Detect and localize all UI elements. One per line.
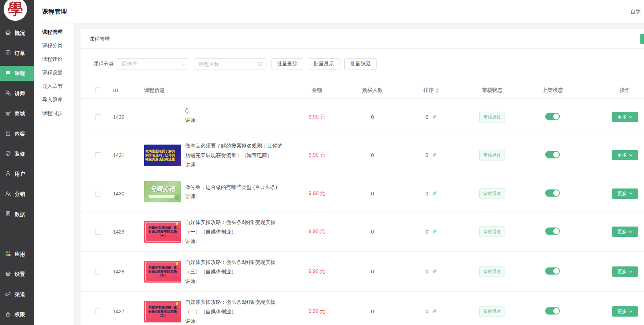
row-checkbox[interactable] xyxy=(95,191,101,197)
buyer-count: 0 xyxy=(343,114,402,120)
edit-sort-icon[interactable]: ✎ xyxy=(432,190,437,197)
sidebar-item-courses[interactable]: 课程 xyxy=(0,66,34,81)
chevron-down-icon xyxy=(629,310,633,313)
shelf-status-toggle[interactable] xyxy=(545,113,560,120)
header-audit-status: 审核状态 xyxy=(463,87,521,94)
course-price: 9.90 元 xyxy=(288,190,346,197)
sidebar-item-decoration[interactable]: 装修 xyxy=(0,144,34,164)
table-row: 1427 自媒体实操攻略: 微头条&图集变现实操（二） 自媒体实操攻略：微头条&… xyxy=(80,292,644,325)
toggle-knob xyxy=(553,113,559,119)
more-button-label: 更多 xyxy=(617,228,627,235)
sidebar-item-channels[interactable]: 渠道 xyxy=(0,284,34,305)
edit-sort-icon[interactable]: ✎ xyxy=(432,268,437,275)
edit-sort-icon[interactable]: ✎ xyxy=(432,114,437,120)
course-id: 1432 xyxy=(113,114,124,120)
submenu-item-course-sync[interactable]: 课程同步 xyxy=(34,107,74,120)
more-button[interactable]: 更多 xyxy=(612,266,638,277)
submenu-item-course-settings[interactable]: 课程设置 xyxy=(34,66,74,79)
course-table: ID 课程信息 金额 购买人数 排序 审核状态 上架状态 操作 1432 ()讲… xyxy=(80,82,644,325)
sort-toggle-icon[interactable] xyxy=(436,88,439,93)
shelf-status-toggle[interactable] xyxy=(545,268,560,275)
more-button-label: 更多 xyxy=(617,190,627,197)
sidebar-item-lecturers[interactable]: 讲师 xyxy=(0,83,34,104)
table-row: 1430 号圈变现 做号圈，适合做的有哪些类型 (今日头条)讲师: 9.90 元… xyxy=(80,175,644,212)
more-button[interactable]: 更多 xyxy=(612,188,638,199)
more-button[interactable]: 更多 xyxy=(612,306,638,317)
more-button[interactable]: 更多 xyxy=(612,227,638,237)
topbar: 课程管理 自学 xyxy=(34,0,644,23)
lecturer-icon xyxy=(5,90,11,97)
category-filter-label: 课程分类 xyxy=(93,61,114,67)
submenu-item-course-reviews[interactable]: 课程评价 xyxy=(34,52,74,66)
chat-bubble-icon xyxy=(5,70,11,77)
audit-status-badge: 审核通过 xyxy=(479,188,505,199)
edit-sort-icon[interactable]: ✎ xyxy=(432,152,437,158)
shelf-status-toggle[interactable] xyxy=(545,228,560,235)
toggle-knob xyxy=(553,228,559,234)
sort-value: 0 xyxy=(426,191,430,197)
bulk-delete-button[interactable]: 批量删除 xyxy=(271,58,303,70)
sidebar-item-data[interactable]: 数据 xyxy=(0,204,34,224)
course-id: 1429 xyxy=(113,229,124,235)
sidebar-item-permissions[interactable]: 权限 xyxy=(0,305,34,325)
sort-value: 0 xyxy=(426,269,430,274)
actions-cell: 更多 xyxy=(596,150,644,160)
more-button-label: 更多 xyxy=(617,114,627,120)
course-thumbnail: 号圈变现 xyxy=(144,181,181,202)
course-price: 9.90 元 xyxy=(288,268,346,275)
row-checkbox[interactable] xyxy=(95,152,101,158)
course-title-block: 做号圈，适合做的有哪些类型 (今日头条)讲师: xyxy=(185,182,277,201)
actions-cell: 更多 xyxy=(596,112,644,122)
add-course-button[interactable] xyxy=(640,34,644,44)
audit-status-badge: 审核通过 xyxy=(479,306,505,317)
user-menu[interactable]: 自学 xyxy=(630,0,641,23)
submenu-item-course-management[interactable]: 课程管理 xyxy=(34,25,74,39)
submenu-item-course-categories[interactable]: 课程分类 xyxy=(34,39,74,52)
more-button[interactable]: 更多 xyxy=(612,112,638,122)
search-input[interactable] xyxy=(194,58,266,70)
chevron-down-icon xyxy=(629,270,633,273)
audit-status-badge: 审核通过 xyxy=(479,112,505,122)
sidebar-item-settings[interactable]: 设置 xyxy=(0,264,34,284)
category-select[interactable]: 请选择 xyxy=(117,58,189,70)
shelf-status-toggle[interactable] xyxy=(545,151,560,158)
shelf-status-toggle[interactable] xyxy=(545,189,560,197)
sort-value: 0 xyxy=(426,309,430,314)
course-id: 1430 xyxy=(113,191,124,197)
shelf-cell xyxy=(523,228,582,236)
course-name-search xyxy=(194,58,266,70)
audit-cell: 审核通过 xyxy=(463,112,521,122)
select-all-checkbox[interactable] xyxy=(95,87,101,93)
bulk-hide-button[interactable]: 批量隐藏 xyxy=(344,58,377,70)
edit-sort-icon[interactable]: ✎ xyxy=(432,308,437,315)
row-checkbox[interactable] xyxy=(95,269,101,274)
row-checkbox[interactable] xyxy=(95,229,101,235)
course-title-block: 做淘宝必须要了解的搜索排名规则：让你的店铺完美展现获得流量！（淘宝电商）讲师: xyxy=(185,141,282,169)
sidebar-item-distribution[interactable]: 分销 xyxy=(0,184,34,204)
shelf-status-toggle[interactable] xyxy=(545,307,560,315)
more-button[interactable]: 更多 xyxy=(612,150,638,160)
filter-bar: 课程分类 请选择 批量删除 批量显示 批量隐藏 xyxy=(80,58,377,70)
sidebar-item-orders[interactable]: 订单 xyxy=(0,43,34,63)
submenu-item-import-question-bank[interactable]: 导入题库 xyxy=(34,93,74,107)
sort-cell: 0 ✎ xyxy=(402,190,460,197)
toggle-knob xyxy=(553,308,559,314)
buyer-count: 0 xyxy=(343,191,402,197)
course-price: 9.90 元 xyxy=(288,114,346,120)
toggle-knob xyxy=(553,190,559,196)
sidebar-item-apps[interactable]: 应用 xyxy=(0,244,34,264)
edit-sort-icon[interactable]: ✎ xyxy=(432,228,437,235)
sidebar-item-overview[interactable]: 概况 xyxy=(0,23,34,43)
more-button-label: 更多 xyxy=(617,152,627,158)
row-checkbox[interactable] xyxy=(95,309,101,314)
sidebar-item-content[interactable]: 内容 xyxy=(0,124,34,144)
app-logo[interactable]: 學 xyxy=(4,0,27,21)
row-checkbox[interactable] xyxy=(95,114,101,120)
sidebar-item-users[interactable]: 用户 xyxy=(0,164,34,184)
course-thumbnail: 自媒体实操攻略: 微头条&图集变现实操（三） xyxy=(144,261,181,283)
sidebar-item-mall[interactable]: 商城 xyxy=(0,104,34,124)
course-title-block: 自媒体实操攻略：微头条&图集变现实操（二）（自媒体创业）讲师: xyxy=(185,297,276,325)
sort-value: 0 xyxy=(426,152,430,158)
bulk-show-button[interactable]: 批量显示 xyxy=(308,58,340,70)
submenu-item-import-chapters[interactable]: 导入章节 xyxy=(34,79,74,93)
